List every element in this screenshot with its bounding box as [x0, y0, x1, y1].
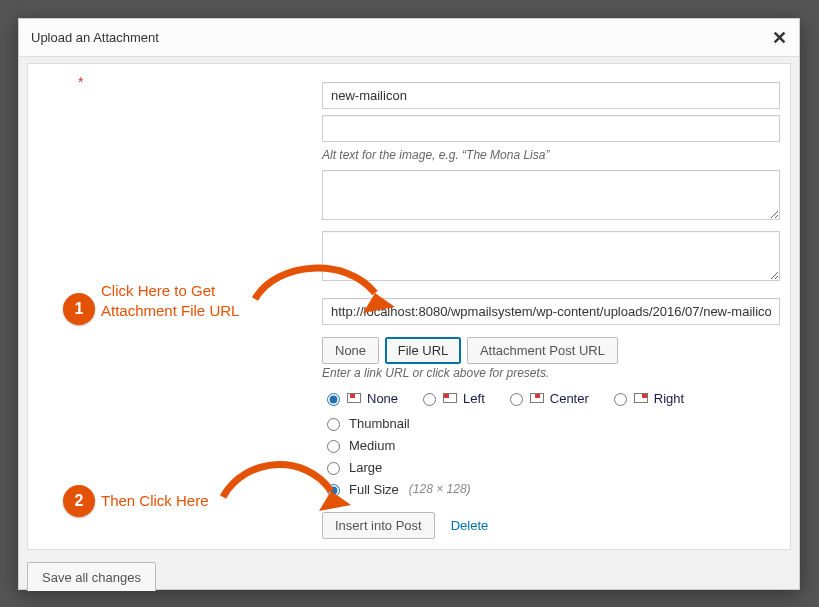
align-center-icon: [530, 393, 544, 403]
link-file-url-button[interactable]: File URL: [385, 337, 462, 364]
size-thumbnail-radio[interactable]: [327, 418, 340, 431]
modal-body: * Alt text for the image, e.g. “The Mona…: [19, 57, 799, 591]
link-post-url-button[interactable]: Attachment Post URL: [467, 337, 618, 364]
align-right-radio[interactable]: [614, 393, 627, 406]
size-large[interactable]: Large: [322, 456, 782, 478]
align-center-radio[interactable]: [510, 393, 523, 406]
align-left[interactable]: Left: [418, 390, 485, 406]
align-left-icon: [443, 393, 457, 403]
align-none-icon: [347, 393, 361, 403]
required-asterisk: *: [78, 74, 83, 90]
title-input[interactable]: [322, 82, 780, 109]
size-medium-radio[interactable]: [327, 440, 340, 453]
size-full[interactable]: Full Size (128 × 128): [322, 478, 782, 500]
link-none-button[interactable]: None: [322, 337, 379, 364]
size-thumbnail[interactable]: Thumbnail: [322, 412, 782, 434]
annotation-badge-1: 1: [63, 293, 95, 325]
close-icon[interactable]: ✕: [772, 27, 787, 49]
caption-textarea[interactable]: [322, 170, 780, 220]
align-none[interactable]: None: [322, 390, 398, 406]
delete-link[interactable]: Delete: [451, 518, 489, 533]
insert-row: Insert into Post Delete: [322, 512, 782, 539]
annotation-badge-2: 2: [63, 485, 95, 517]
align-center[interactable]: Center: [505, 390, 589, 406]
annotation-text-2: Then Click Here: [101, 491, 209, 511]
upload-attachment-modal: Upload an Attachment ✕ * Alt text for th…: [18, 18, 800, 590]
size-full-radio[interactable]: [327, 484, 340, 497]
size-large-radio[interactable]: [327, 462, 340, 475]
modal-header: Upload an Attachment ✕: [19, 19, 799, 57]
link-url-input[interactable]: [322, 298, 780, 325]
insert-into-post-button[interactable]: Insert into Post: [322, 512, 435, 539]
size-full-note: (128 × 128): [409, 482, 471, 496]
save-all-changes-button[interactable]: Save all changes: [27, 562, 156, 591]
align-right-icon: [634, 393, 648, 403]
size-medium[interactable]: Medium: [322, 434, 782, 456]
link-url-presets: None File URL Attachment Post URL: [322, 337, 782, 364]
align-right[interactable]: Right: [609, 390, 684, 406]
link-url-help: Enter a link URL or click above for pres…: [322, 366, 782, 380]
description-textarea[interactable]: [322, 231, 780, 281]
align-none-radio[interactable]: [327, 393, 340, 406]
size-options: Thumbnail Medium Large Full Size (128 × …: [322, 412, 782, 500]
align-left-radio[interactable]: [423, 393, 436, 406]
alt-text-input[interactable]: [322, 115, 780, 142]
modal-title: Upload an Attachment: [31, 30, 159, 45]
alignment-row: None Left Center Rig: [322, 390, 782, 406]
annotation-text-1: Click Here to Get Attachment File URL: [101, 281, 239, 320]
alt-text-help: Alt text for the image, e.g. “The Mona L…: [322, 148, 782, 162]
